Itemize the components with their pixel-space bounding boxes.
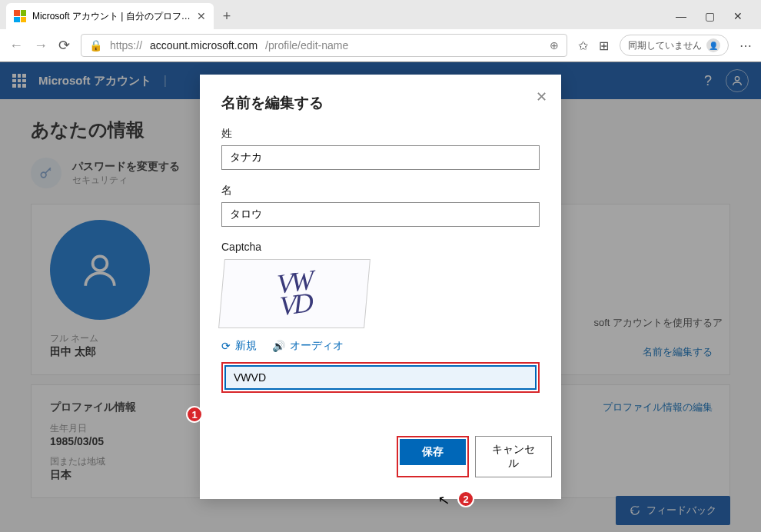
refresh-button[interactable]: ⟳ xyxy=(58,37,70,54)
maximize-button[interactable]: ▢ xyxy=(705,10,715,22)
collections-icon[interactable]: ⊞ xyxy=(599,38,609,53)
browser-tab[interactable]: Microsoft アカウント | 自分のプロフ… ✕ xyxy=(6,3,214,29)
edit-name-dialog: 名前を編集する ✕ 姓 名 Captcha VWVD ⟳ 新規 🔊 オーディオ … xyxy=(200,75,561,499)
sync-button[interactable]: 同期していません 👤 xyxy=(620,35,729,56)
surname-label: 姓 xyxy=(221,127,540,141)
given-name-input[interactable] xyxy=(221,202,540,227)
refresh-icon: ⟳ xyxy=(221,340,231,352)
surname-input[interactable] xyxy=(221,145,540,170)
close-dialog-button[interactable]: ✕ xyxy=(536,88,547,105)
sync-label: 同期していません xyxy=(628,39,702,52)
audio-icon: 🔊 xyxy=(272,340,285,352)
read-aloud-icon[interactable]: ⊕ xyxy=(550,39,559,52)
ms-logo-icon xyxy=(14,10,26,22)
captcha-image: VWVD xyxy=(218,259,371,328)
url-path: /profile/edit-name xyxy=(265,39,348,52)
new-tab-button[interactable]: + xyxy=(217,8,238,25)
forward-button: → xyxy=(34,38,48,54)
cancel-button[interactable]: キャンセル xyxy=(475,436,552,477)
captcha-new-label: 新規 xyxy=(235,339,257,353)
dialog-title: 名前を編集する xyxy=(221,93,540,113)
more-icon[interactable]: ⋯ xyxy=(739,38,752,53)
annotation-badge-2: 2 xyxy=(457,490,474,507)
back-button: ← xyxy=(9,38,23,54)
given-name-label: 名 xyxy=(221,184,540,198)
captcha-audio-link[interactable]: 🔊 オーディオ xyxy=(272,339,344,353)
save-button[interactable]: 保存 xyxy=(400,439,466,465)
address-bar[interactable]: 🔒 https://account.microsoft.com/profile/… xyxy=(81,34,567,57)
captcha-label: Captcha xyxy=(221,241,540,253)
close-window-button[interactable]: ✕ xyxy=(733,10,743,22)
tab-title: Microsoft アカウント | 自分のプロフ… xyxy=(32,10,191,23)
save-button-highlight: 保存 xyxy=(397,436,469,477)
annotation-badge-1: 1 xyxy=(186,406,203,423)
url-host: account.microsoft.com xyxy=(150,39,258,52)
minimize-button[interactable]: ― xyxy=(676,10,686,22)
captcha-new-link[interactable]: ⟳ 新規 xyxy=(221,339,257,353)
captcha-input[interactable] xyxy=(224,365,537,390)
profile-mini-icon: 👤 xyxy=(706,38,720,52)
favorites-icon[interactable]: ✩ xyxy=(578,38,588,53)
captcha-audio-label: オーディオ xyxy=(290,339,344,353)
lock-icon: 🔒 xyxy=(89,39,102,52)
captcha-input-highlight xyxy=(221,362,540,393)
close-tab-icon[interactable]: ✕ xyxy=(197,10,206,22)
